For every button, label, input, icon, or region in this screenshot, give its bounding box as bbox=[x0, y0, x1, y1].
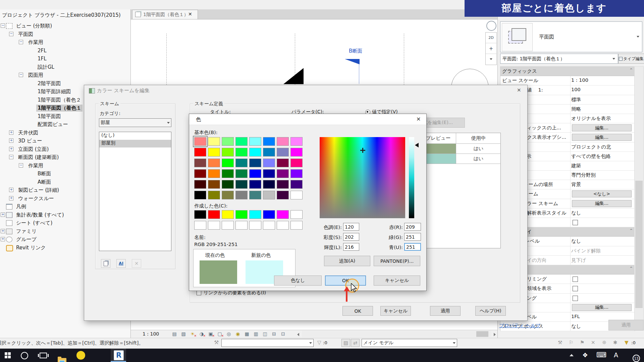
basic-color-swatch[interactable] bbox=[290, 159, 303, 167]
tree-expander-icon[interactable]: + bbox=[1, 213, 5, 217]
basic-color-swatch[interactable] bbox=[249, 191, 261, 199]
property-value[interactable]: 簡略 bbox=[571, 106, 581, 112]
basic-color-swatch[interactable] bbox=[235, 159, 248, 167]
zoom-2d-button[interactable]: 2D bbox=[486, 33, 496, 43]
collapse-icon[interactable]: ^ bbox=[630, 229, 633, 232]
scrollbar-thumb[interactable] bbox=[635, 181, 643, 308]
worksets-icon[interactable]: ⚒ bbox=[558, 340, 562, 346]
pantone-button[interactable]: PANTONE(P)... bbox=[374, 256, 420, 266]
properties-help-link[interactable]: プロパティ ヘルプ bbox=[499, 322, 540, 329]
basic-color-swatch[interactable] bbox=[194, 148, 206, 157]
property-value[interactable]: 標準 bbox=[571, 97, 581, 103]
basic-color-swatch[interactable] bbox=[235, 191, 248, 199]
crop-view-icon[interactable]: ▣✕ bbox=[207, 331, 215, 338]
sun-path-icon[interactable]: ☀✕ bbox=[189, 331, 197, 338]
property-value[interactable]: バインド解除 bbox=[571, 248, 601, 254]
basic-color-swatch[interactable] bbox=[290, 191, 303, 199]
instance-selector[interactable]: 平面図: 1階平面図（着色１） bbox=[500, 54, 618, 64]
basic-color-swatch[interactable] bbox=[208, 137, 220, 146]
relinquish-button[interactable]: ⇄ bbox=[351, 339, 360, 347]
ime-indicator[interactable]: A bbox=[614, 351, 618, 359]
scheme-help-button[interactable]: ヘルプ(H) bbox=[475, 306, 506, 316]
color-cancel-button[interactable]: キャンセル bbox=[374, 276, 420, 286]
basic-color-swatch[interactable] bbox=[235, 148, 248, 157]
reveal-hidden-icon[interactable]: ◉ bbox=[234, 331, 242, 338]
tree-expander-icon[interactable]: − bbox=[9, 155, 13, 159]
property-value[interactable]: すべての壁を包絡 bbox=[571, 153, 611, 160]
basic-color-swatch[interactable] bbox=[208, 180, 220, 189]
delete-scheme-button[interactable]: ✕ bbox=[132, 259, 141, 268]
editable-toggle-button[interactable]: ▨ bbox=[341, 339, 350, 347]
collapse-icon[interactable]: ^ bbox=[630, 68, 633, 72]
nav-options-button[interactable] bbox=[486, 54, 496, 64]
luminosity-marker-icon[interactable] bbox=[415, 143, 419, 147]
property-edit-button[interactable]: 編集... bbox=[572, 304, 632, 311]
scheme-apply-button[interactable]: 適用 bbox=[430, 306, 461, 316]
basic-color-swatch[interactable] bbox=[235, 169, 248, 178]
file-explorer-icon[interactable] bbox=[58, 358, 66, 362]
custom-color-swatch[interactable] bbox=[277, 221, 289, 230]
basic-color-swatch[interactable] bbox=[194, 169, 206, 178]
property-checkbox[interactable] bbox=[573, 286, 578, 291]
detail-level-icon[interactable]: ▤ bbox=[170, 331, 178, 338]
tree-expander-icon[interactable]: + bbox=[9, 196, 13, 200]
basic-color-swatch[interactable] bbox=[208, 191, 220, 199]
custom-color-swatch[interactable] bbox=[249, 221, 261, 230]
property-value[interactable]: 1 : 100 bbox=[571, 77, 588, 83]
filter-icon[interactable]: ▽ bbox=[317, 340, 321, 346]
analytical-model-icon[interactable]: ◫ bbox=[261, 331, 269, 338]
tree-expander-icon[interactable]: − bbox=[19, 163, 23, 168]
basic-color-swatch[interactable] bbox=[263, 148, 275, 157]
tree-item[interactable]: −平面図 bbox=[0, 30, 131, 39]
scroll-left-icon[interactable] bbox=[297, 333, 299, 336]
basic-color-swatch[interactable] bbox=[290, 169, 303, 178]
basic-color-swatch[interactable] bbox=[249, 148, 261, 157]
custom-color-swatch[interactable] bbox=[222, 210, 234, 219]
tree-expander-icon[interactable]: + bbox=[9, 147, 13, 151]
basic-color-swatch[interactable] bbox=[249, 180, 261, 189]
scheme-cancel-button[interactable]: キャンセル bbox=[380, 306, 411, 316]
basic-color-swatch[interactable] bbox=[277, 137, 289, 146]
steering-wheel-icon[interactable] bbox=[486, 21, 496, 31]
collapse-icon[interactable]: ^ bbox=[630, 266, 633, 270]
property-edit-button[interactable]: 編集... bbox=[572, 124, 632, 131]
basic-color-swatch[interactable] bbox=[249, 159, 261, 167]
revit-taskbar-button[interactable]: R bbox=[111, 349, 126, 362]
property-value[interactable]: なし bbox=[571, 210, 581, 216]
cortana-icon[interactable] bbox=[21, 352, 28, 359]
red-input[interactable]: 209 bbox=[404, 223, 421, 231]
basic-color-swatch[interactable] bbox=[277, 180, 289, 189]
basic-color-swatch[interactable] bbox=[277, 148, 289, 157]
property-edit-button[interactable]: <なし> bbox=[572, 190, 632, 197]
tree-expander-icon[interactable]: − bbox=[1, 23, 5, 28]
basic-color-swatch[interactable] bbox=[222, 137, 234, 146]
custom-color-swatch[interactable] bbox=[249, 210, 261, 219]
type-selector[interactable]: 平面図 bbox=[500, 21, 642, 52]
property-checkbox[interactable] bbox=[573, 277, 578, 282]
view-tab[interactable]: 1階平面図（着色１） ✕ bbox=[132, 10, 198, 19]
scroll-right-icon[interactable] bbox=[494, 333, 496, 336]
property-value[interactable]: 見下げ bbox=[571, 257, 586, 263]
tree-item[interactable]: −図面用 bbox=[0, 71, 131, 79]
color-dialog-titlebar[interactable]: 色 ✕ bbox=[189, 114, 426, 125]
custom-color-swatch[interactable] bbox=[235, 210, 248, 219]
elevation-marker-icon[interactable] bbox=[283, 68, 304, 84]
tree-expander-icon[interactable]: + bbox=[1, 229, 5, 233]
scrollbar-thumb[interactable] bbox=[476, 331, 488, 337]
dialog-close-icon[interactable]: ✕ bbox=[517, 87, 521, 93]
tree-item[interactable]: 1FL bbox=[0, 55, 131, 63]
custom-color-swatch[interactable] bbox=[235, 221, 248, 230]
basic-color-swatch[interactable] bbox=[194, 159, 206, 167]
custom-color-swatch[interactable] bbox=[263, 221, 275, 230]
basic-color-swatch[interactable] bbox=[263, 137, 275, 146]
start-button-icon[interactable] bbox=[5, 352, 11, 358]
dropbox-icon[interactable]: ❖ bbox=[582, 351, 588, 359]
basic-color-swatch[interactable] bbox=[277, 191, 289, 199]
rename-scheme-button[interactable]: AI bbox=[116, 259, 126, 268]
custom-color-swatch[interactable] bbox=[277, 210, 289, 219]
basic-color-swatch[interactable] bbox=[290, 180, 303, 189]
duplicate-scheme-button[interactable] bbox=[101, 259, 110, 268]
basic-color-swatch[interactable] bbox=[263, 191, 275, 199]
tree-item[interactable]: −ビュー (分類順) bbox=[0, 22, 131, 30]
basic-color-swatch[interactable] bbox=[194, 180, 206, 189]
